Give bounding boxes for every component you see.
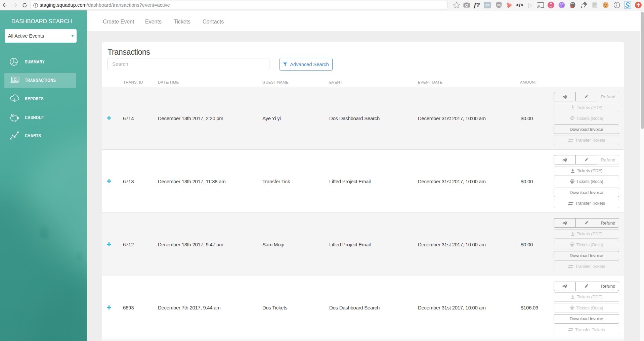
svg-text:</>: </> bbox=[485, 3, 490, 7]
svg-text:UO: UO bbox=[497, 4, 501, 7]
